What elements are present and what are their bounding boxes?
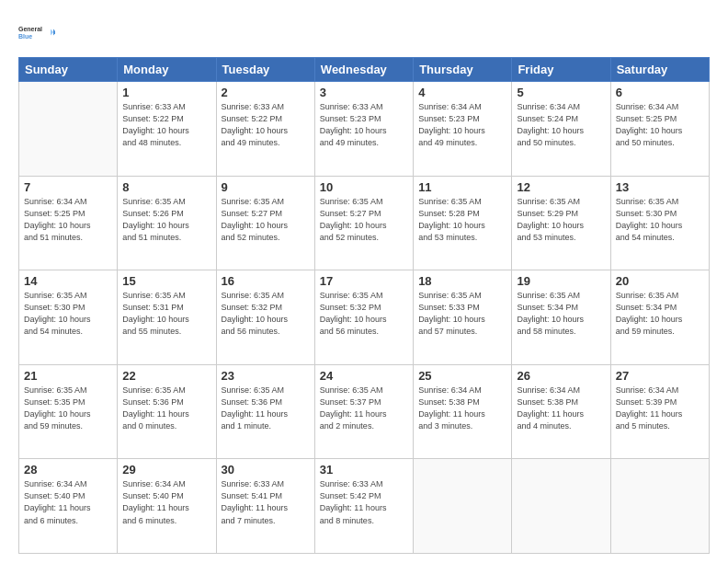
calendar-cell: 1Sunrise: 6:33 AMSunset: 5:22 PMDaylight… (118, 82, 216, 177)
day-number: 13 (616, 180, 704, 194)
calendar-cell (512, 459, 610, 554)
day-number: 8 (122, 180, 210, 194)
calendar-cell (19, 82, 118, 177)
day-info: Sunrise: 6:35 AMSunset: 5:27 PMDaylight:… (222, 196, 310, 244)
week-row-2: 7Sunrise: 6:34 AMSunset: 5:25 PMDaylight… (19, 176, 710, 270)
day-info: Sunrise: 6:34 AMSunset: 5:40 PMDaylight:… (24, 478, 112, 526)
header-row: SundayMondayTuesdayWednesdayThursdayFrid… (19, 58, 710, 82)
day-number: 29 (122, 463, 210, 477)
day-info: Sunrise: 6:35 AMSunset: 5:26 PMDaylight:… (122, 196, 210, 244)
day-number: 28 (24, 463, 112, 477)
calendar-cell: 29Sunrise: 6:34 AMSunset: 5:40 PMDayligh… (118, 459, 216, 554)
day-number: 9 (222, 180, 310, 194)
calendar-cell: 7Sunrise: 6:34 AMSunset: 5:25 PMDaylight… (19, 176, 118, 270)
day-info: Sunrise: 6:35 AMSunset: 5:36 PMDaylight:… (222, 385, 310, 432)
day-info: Sunrise: 6:35 AMSunset: 5:36 PMDaylight:… (122, 385, 210, 432)
day-info: Sunrise: 6:35 AMSunset: 5:31 PMDaylight:… (122, 290, 210, 338)
calendar-cell: 13Sunrise: 6:35 AMSunset: 5:30 PMDayligh… (610, 176, 709, 270)
day-number: 30 (222, 463, 310, 477)
day-number: 31 (320, 463, 408, 477)
week-row-1: 1Sunrise: 6:33 AMSunset: 5:22 PMDaylight… (19, 82, 710, 177)
day-number: 23 (222, 369, 310, 383)
day-number: 17 (320, 274, 408, 288)
calendar-cell: 18Sunrise: 6:35 AMSunset: 5:33 PMDayligh… (414, 270, 512, 365)
calendar-cell: 23Sunrise: 6:35 AMSunset: 5:36 PMDayligh… (216, 364, 314, 459)
day-info: Sunrise: 6:35 AMSunset: 5:33 PMDaylight:… (418, 290, 506, 338)
day-info: Sunrise: 6:35 AMSunset: 5:27 PMDaylight:… (320, 196, 408, 244)
calendar-cell: 28Sunrise: 6:34 AMSunset: 5:40 PMDayligh… (19, 459, 118, 554)
day-header-tuesday: Tuesday (216, 58, 314, 82)
day-info: Sunrise: 6:34 AMSunset: 5:25 PMDaylight:… (616, 101, 704, 149)
logo: General Blue (18, 17, 55, 48)
calendar-cell: 15Sunrise: 6:35 AMSunset: 5:31 PMDayligh… (118, 270, 216, 365)
logo-svg: General Blue (18, 17, 55, 48)
calendar-cell: 22Sunrise: 6:35 AMSunset: 5:36 PMDayligh… (118, 364, 216, 459)
day-number: 16 (222, 274, 310, 288)
day-info: Sunrise: 6:35 AMSunset: 5:34 PMDaylight:… (616, 290, 704, 338)
day-info: Sunrise: 6:35 AMSunset: 5:29 PMDaylight:… (517, 196, 605, 244)
day-info: Sunrise: 6:34 AMSunset: 5:39 PMDaylight:… (616, 385, 704, 432)
calendar-cell: 8Sunrise: 6:35 AMSunset: 5:26 PMDaylight… (118, 176, 216, 270)
calendar-cell: 4Sunrise: 6:34 AMSunset: 5:23 PMDaylight… (414, 82, 512, 177)
day-number: 7 (24, 180, 112, 194)
day-info: Sunrise: 6:35 AMSunset: 5:37 PMDaylight:… (320, 385, 408, 432)
calendar-cell: 14Sunrise: 6:35 AMSunset: 5:30 PMDayligh… (19, 270, 118, 365)
calendar-cell: 12Sunrise: 6:35 AMSunset: 5:29 PMDayligh… (512, 176, 610, 270)
calendar-table: SundayMondayTuesdayWednesdayThursdayFrid… (18, 57, 710, 554)
day-header-saturday: Saturday (610, 58, 709, 82)
day-info: Sunrise: 6:35 AMSunset: 5:28 PMDaylight:… (418, 196, 506, 244)
header: General Blue (18, 17, 710, 48)
day-header-friday: Friday (512, 58, 610, 82)
day-number: 20 (616, 274, 704, 288)
day-info: Sunrise: 6:33 AMSunset: 5:22 PMDaylight:… (122, 101, 210, 149)
day-number: 25 (418, 369, 506, 383)
day-number: 1 (122, 86, 210, 99)
day-number: 11 (418, 180, 506, 194)
day-info: Sunrise: 6:35 AMSunset: 5:32 PMDaylight:… (222, 290, 310, 338)
day-info: Sunrise: 6:33 AMSunset: 5:42 PMDaylight:… (320, 478, 408, 526)
day-number: 22 (122, 369, 210, 383)
day-header-thursday: Thursday (414, 58, 512, 82)
calendar-cell: 25Sunrise: 6:34 AMSunset: 5:38 PMDayligh… (414, 364, 512, 459)
day-number: 2 (222, 86, 310, 99)
calendar-cell: 26Sunrise: 6:34 AMSunset: 5:38 PMDayligh… (512, 364, 610, 459)
svg-text:Blue: Blue (18, 33, 32, 40)
day-number: 15 (122, 274, 210, 288)
calendar-cell: 20Sunrise: 6:35 AMSunset: 5:34 PMDayligh… (610, 270, 709, 365)
day-info: Sunrise: 6:34 AMSunset: 5:23 PMDaylight:… (418, 101, 506, 149)
calendar-cell: 5Sunrise: 6:34 AMSunset: 5:24 PMDaylight… (512, 82, 610, 177)
calendar-cell: 11Sunrise: 6:35 AMSunset: 5:28 PMDayligh… (414, 176, 512, 270)
calendar-cell: 31Sunrise: 6:33 AMSunset: 5:42 PMDayligh… (314, 459, 413, 554)
calendar-cell: 2Sunrise: 6:33 AMSunset: 5:22 PMDaylight… (216, 82, 314, 177)
week-row-4: 21Sunrise: 6:35 AMSunset: 5:35 PMDayligh… (19, 364, 710, 459)
day-header-sunday: Sunday (19, 58, 118, 82)
day-info: Sunrise: 6:34 AMSunset: 5:38 PMDaylight:… (517, 385, 605, 432)
day-number: 6 (616, 86, 704, 99)
day-info: Sunrise: 6:35 AMSunset: 5:30 PMDaylight:… (24, 290, 112, 338)
calendar-cell: 19Sunrise: 6:35 AMSunset: 5:34 PMDayligh… (512, 270, 610, 365)
calendar-cell: 6Sunrise: 6:34 AMSunset: 5:25 PMDaylight… (610, 82, 709, 177)
day-info: Sunrise: 6:35 AMSunset: 5:30 PMDaylight:… (616, 196, 704, 244)
day-info: Sunrise: 6:33 AMSunset: 5:22 PMDaylight:… (222, 101, 310, 149)
day-number: 12 (517, 180, 605, 194)
calendar-cell: 9Sunrise: 6:35 AMSunset: 5:27 PMDaylight… (216, 176, 314, 270)
day-info: Sunrise: 6:34 AMSunset: 5:25 PMDaylight:… (24, 196, 112, 244)
day-number: 18 (418, 274, 506, 288)
calendar-cell: 30Sunrise: 6:33 AMSunset: 5:41 PMDayligh… (216, 459, 314, 554)
week-row-5: 28Sunrise: 6:34 AMSunset: 5:40 PMDayligh… (19, 459, 710, 554)
calendar-cell: 17Sunrise: 6:35 AMSunset: 5:32 PMDayligh… (314, 270, 413, 365)
day-number: 27 (616, 369, 704, 383)
calendar-cell: 21Sunrise: 6:35 AMSunset: 5:35 PMDayligh… (19, 364, 118, 459)
day-number: 3 (320, 86, 408, 99)
calendar-cell: 27Sunrise: 6:34 AMSunset: 5:39 PMDayligh… (610, 364, 709, 459)
day-number: 5 (517, 86, 605, 99)
calendar-cell: 24Sunrise: 6:35 AMSunset: 5:37 PMDayligh… (314, 364, 413, 459)
svg-marker-2 (53, 29, 55, 36)
day-number: 19 (517, 274, 605, 288)
day-header-wednesday: Wednesday (314, 58, 413, 82)
week-row-3: 14Sunrise: 6:35 AMSunset: 5:30 PMDayligh… (19, 270, 710, 365)
calendar-cell: 10Sunrise: 6:35 AMSunset: 5:27 PMDayligh… (314, 176, 413, 270)
day-info: Sunrise: 6:34 AMSunset: 5:24 PMDaylight:… (517, 101, 605, 149)
day-info: Sunrise: 6:35 AMSunset: 5:34 PMDaylight:… (517, 290, 605, 338)
day-info: Sunrise: 6:35 AMSunset: 5:35 PMDaylight:… (24, 385, 112, 432)
